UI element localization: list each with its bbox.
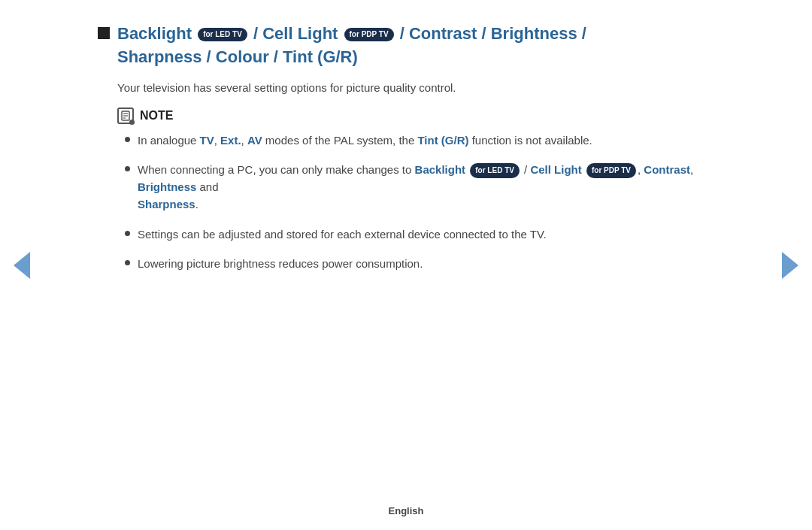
tint-link: Tint (G/R) (417, 134, 468, 147)
cell-light-text: Cell Light (262, 24, 338, 43)
heading-row: Backlight for LED TV / Cell Light for PD… (98, 23, 714, 69)
ext-link: Ext. (220, 134, 241, 147)
main-content: Backlight for LED TV / Cell Light for PD… (38, 0, 774, 307)
led-badge: for LED TV (198, 28, 247, 41)
contrast-link: Contrast (644, 163, 690, 176)
brightness-text: Brightness (491, 24, 577, 43)
note-label: NOTE (140, 109, 173, 123)
backlight-link: Backlight (415, 163, 466, 176)
bullet-dot-icon (125, 231, 130, 236)
bullet-dot-icon (125, 260, 130, 265)
note-icon (117, 108, 134, 124)
bullet-1-text: In analogue TV, Ext., AV modes of the PA… (138, 132, 592, 149)
separator3: / (582, 24, 586, 43)
black-square-icon (98, 27, 110, 39)
brightness-link: Brightness (138, 180, 196, 193)
prev-arrow[interactable] (14, 252, 30, 279)
pdp-badge: for PDP TV (344, 28, 394, 41)
av-link: AV (247, 134, 262, 147)
bullet-2-text: When connecting a PC, you can only make … (138, 161, 714, 214)
pdp-badge-2: for PDP TV (586, 163, 636, 178)
sharpness-link: Sharpness (138, 198, 195, 210)
note-header: NOTE (117, 108, 714, 124)
separator2: / Contrast / (400, 24, 491, 43)
bullet-4-text: Lowering picture brightness reduces powe… (138, 255, 423, 272)
description-text: Your television has several setting opti… (98, 81, 714, 94)
main-heading: Backlight for LED TV / Cell Light for PD… (117, 23, 586, 69)
next-arrow[interactable] (782, 252, 798, 279)
led-badge-2: for LED TV (470, 163, 520, 178)
list-item: In analogue TV, Ext., AV modes of the PA… (125, 132, 714, 149)
separator1: / (253, 24, 262, 43)
tv-link: TV (200, 134, 214, 147)
list-item: Settings can be adjusted and stored for … (125, 226, 714, 243)
note-section: NOTE In analogue TV, Ext., AV modes of t… (98, 108, 714, 273)
cell-light-link: Cell Light (530, 163, 581, 176)
bullet-dot-icon (125, 137, 130, 142)
heading-line2: Sharpness / Colour / Tint (G/R) (117, 47, 358, 66)
list-item: When connecting a PC, you can only make … (125, 161, 714, 214)
bullet-3-text: Settings can be adjusted and stored for … (138, 226, 547, 243)
footer-text: English (389, 505, 424, 516)
list-item: Lowering picture brightness reduces powe… (125, 255, 714, 272)
bullet-list: In analogue TV, Ext., AV modes of the PA… (117, 132, 714, 273)
bullet-dot-icon (125, 166, 130, 171)
backlight-text: Backlight (117, 24, 192, 43)
